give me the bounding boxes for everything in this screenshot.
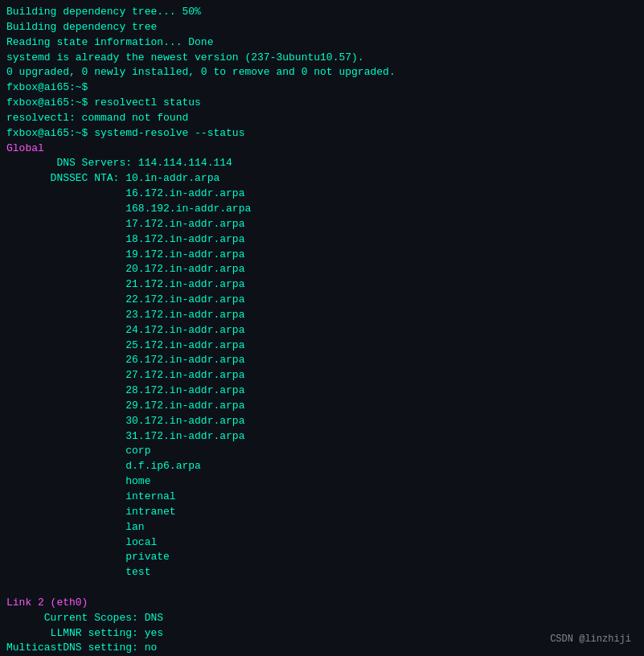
line-7: fxbox@ai65:~$ resolvectl status xyxy=(6,96,638,111)
line-nta-26: 26.172.in-addr.arpa xyxy=(6,353,638,368)
line-5: 0 upgraded, 0 newly installed, 0 to remo… xyxy=(6,65,638,80)
watermark: CSDN @linzhiji xyxy=(550,633,631,645)
line-nta-21: 21.172.in-addr.arpa xyxy=(6,277,638,293)
line-nta-31: 31.172.in-addr.arpa xyxy=(6,429,638,445)
line-nta-28: 28.172.in-addr.arpa xyxy=(6,383,638,399)
line-nta-29: 29.172.in-addr.arpa xyxy=(6,399,638,414)
line-nta-27: 27.172.in-addr.arpa xyxy=(6,368,638,383)
terminal-window: Building dependency tree... 50% Building… xyxy=(6,5,638,651)
line-nta-30: 30.172.in-addr.arpa xyxy=(6,414,638,429)
line-nta-22: 22.172.in-addr.arpa xyxy=(6,293,638,308)
line-nta-23: 23.172.in-addr.arpa xyxy=(6,308,638,323)
line-llmnr: LLMNR setting: yes xyxy=(6,626,638,642)
line-nta-18: 18.172.in-addr.arpa xyxy=(6,232,638,248)
line-intranet: intranet xyxy=(6,505,638,520)
line-private: private xyxy=(6,550,638,565)
line-3: Reading state information... Done xyxy=(6,35,638,51)
line-nta-16: 16.172.in-addr.arpa xyxy=(6,187,638,202)
line-corp: corp xyxy=(6,444,638,459)
terminal-output: Building dependency tree... 50% Building… xyxy=(6,5,638,656)
line-6: fxbox@ai65:~$ xyxy=(6,80,638,96)
line-2: Building dependency tree xyxy=(6,20,638,35)
line-nta-24: 24.172.in-addr.arpa xyxy=(6,323,638,338)
line-dnssec-nta: DNSSEC NTA: 10.in-addr.arpa xyxy=(6,171,638,187)
line-dfip6: d.f.ip6.arpa xyxy=(6,459,638,474)
line-current-scopes: Current Scopes: DNS xyxy=(6,611,638,626)
line-nta-25: 25.172.in-addr.arpa xyxy=(6,338,638,354)
line-multicastdns: MulticastDNS setting: no xyxy=(6,641,638,656)
line-1: Building dependency tree... 50% xyxy=(6,5,638,20)
line-blank xyxy=(6,580,638,596)
line-nta-20: 20.172.in-addr.arpa xyxy=(6,262,638,277)
line-4: systemd is already the newest version (2… xyxy=(6,51,638,66)
line-9: fxbox@ai65:~$ systemd-resolve --status xyxy=(6,126,638,141)
line-nta-17: 17.172.in-addr.arpa xyxy=(6,217,638,232)
line-test: test xyxy=(6,565,638,580)
line-internal: internal xyxy=(6,490,638,505)
line-nta-19: 19.172.in-addr.arpa xyxy=(6,248,638,263)
line-lan: lan xyxy=(6,520,638,535)
line-global: Global xyxy=(6,141,638,157)
line-home: home xyxy=(6,474,638,490)
line-link2: Link 2 (eth0) xyxy=(6,596,638,611)
line-dns-servers: DNS Servers: 114.114.114.114 xyxy=(6,156,638,171)
line-local: local xyxy=(6,535,638,551)
line-nta-168: 168.192.in-addr.arpa xyxy=(6,202,638,217)
line-8: resolvectl: command not found xyxy=(6,111,638,126)
